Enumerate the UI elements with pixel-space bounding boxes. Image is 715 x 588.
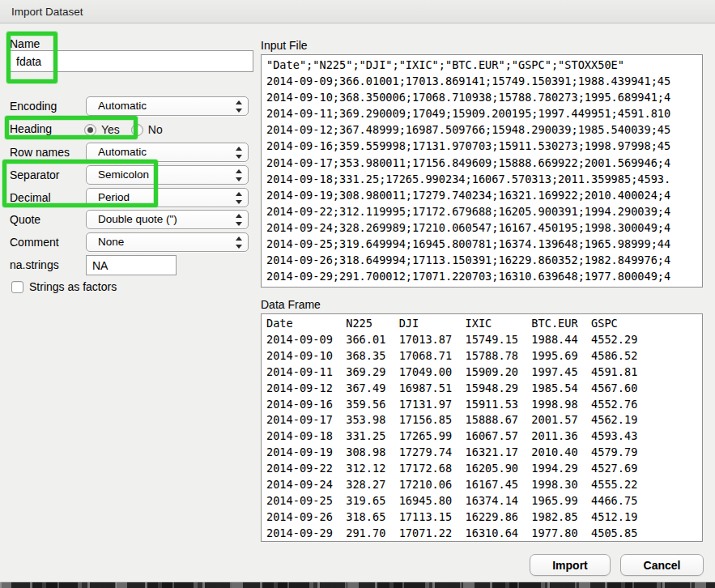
strings-as-factors-checkbox[interactable]	[11, 281, 23, 293]
input-file-line: 2014-09-22;312.119995;17172.679688;16205…	[266, 203, 702, 219]
na-strings-input[interactable]	[86, 255, 177, 275]
input-file-line: 2014-09-17;353.980011;17156.849609;15888…	[266, 155, 702, 171]
quote-dropdown[interactable]: Double quote (")	[86, 210, 249, 229]
heading-radio-no[interactable]	[131, 124, 143, 136]
heading-label: Heading	[10, 119, 52, 138]
stepper-arrows-icon	[235, 100, 242, 113]
encoding-value: Automatic	[98, 97, 147, 115]
input-file-line: 2014-09-19;308.980011;17279.740234;16321…	[266, 187, 702, 203]
stepper-arrows-icon	[235, 214, 242, 226]
dialog-titlebar: Import Dataset	[0, 0, 715, 23]
input-file-line: 2014-09-25;319.649994;16945.800781;16374…	[266, 236, 702, 252]
na-strings-row: na.strings	[0, 255, 259, 276]
na-strings-label: na.strings	[10, 255, 59, 275]
input-file-label: Input File	[261, 39, 308, 52]
input-file-line: 2014-09-29;291.700012;17071.220703;16310…	[266, 268, 702, 284]
quote-value: Double quote (")	[98, 211, 177, 228]
import-button[interactable]: Import	[530, 554, 611, 576]
data-frame-row: 2014-09-09 366.01 17013.87 15749.15 1988…	[266, 332, 702, 348]
data-frame-preview[interactable]: Date N225 DJI IXIC BTC.EUR GSPC 2014-09-…	[261, 313, 703, 542]
decimal-row: Decimal Period	[0, 188, 259, 209]
dialog-title: Import Dataset	[11, 6, 83, 18]
radio-dot-icon	[87, 127, 93, 133]
input-file-line: 2014-09-16;359.559998;17131.970703;15911…	[266, 138, 702, 154]
data-frame-row: 2014-09-29 291.70 17071.22 16310.64 1977…	[266, 526, 702, 542]
input-file-line: "Date";"N225";"DJI";"IXIC";"BTC.EUR";"GS…	[266, 57, 702, 73]
input-file-line: 2014-09-24;328.269989;17210.060547;16167…	[266, 219, 702, 236]
input-file-line: 2014-09-26;318.649994;17113.150391;16229…	[266, 252, 702, 268]
data-frame-row: 2014-09-11 369.29 17049.00 15909.20 1997…	[266, 364, 702, 381]
data-frame-row: 2014-09-12 367.49 16987.51 15948.29 1985…	[266, 381, 702, 397]
separator-label: Separator	[10, 165, 59, 185]
input-file-preview[interactable]: "Date";"N225";"DJI";"IXIC";"BTC.EUR";"GS…	[261, 54, 703, 288]
stepper-arrows-icon	[235, 169, 242, 181]
input-file-line: 2014-09-09;366.01001;17013.869141;15749.…	[266, 73, 702, 89]
comment-value: None	[98, 233, 124, 251]
input-file-line: 2014-09-18;331.25;17265.990234;16067.570…	[266, 171, 702, 187]
row-names-dropdown[interactable]: Automatic	[86, 143, 249, 162]
name-input[interactable]	[10, 50, 253, 72]
comment-dropdown[interactable]: None	[86, 232, 249, 252]
encoding-dropdown[interactable]: Automatic	[86, 96, 249, 116]
data-frame-row: 2014-09-22 312.12 17172.68 16205.90 1994…	[266, 461, 702, 477]
import-dataset-dialog: Import Dataset Name Encoding Automatic H…	[0, 0, 715, 588]
row-names-row: Row names Automatic	[0, 143, 259, 164]
row-names-value: Automatic	[98, 143, 147, 161]
heading-radio-label: Yes	[101, 123, 120, 136]
data-frame-header-row: Date N225 DJI IXIC BTC.EUR GSPC	[266, 316, 702, 332]
heading-radio-yes[interactable]	[84, 124, 96, 136]
data-frame-row: 2014-09-17 353.98 17156.85 15888.67 2001…	[266, 412, 702, 428]
input-file-line: 2014-09-10;368.350006;17068.710938;15788…	[266, 89, 702, 105]
encoding-label: Encoding	[10, 96, 57, 116]
decimal-label: Decimal	[10, 188, 51, 207]
encoding-row: Encoding Automatic	[0, 96, 259, 117]
separator-row: Separator Semicolon	[0, 165, 259, 186]
stepper-arrows-icon	[235, 147, 242, 159]
separator-dropdown[interactable]: Semicolon	[86, 165, 249, 185]
quote-label: Quote	[10, 210, 40, 229]
quote-row: Quote Double quote (")	[0, 210, 259, 231]
decimal-value: Period	[98, 189, 130, 207]
data-frame-row: 2014-09-24 328.27 17210.06 16167.45 1998…	[266, 477, 702, 493]
data-frame-label: Data Frame	[261, 298, 321, 311]
stepper-arrows-icon	[235, 192, 242, 204]
data-frame-row: 2014-09-10 368.35 17068.71 15788.78 1995…	[266, 348, 702, 364]
heading-radio-group: YesNo	[84, 119, 174, 140]
strings-as-factors-label: Strings as factors	[29, 277, 117, 296]
data-frame-row: 2014-09-26 318.65 17113.15 16229.86 1982…	[266, 509, 702, 526]
data-frame-row: 2014-09-16 359.56 17131.97 15911.53 1998…	[266, 397, 702, 413]
input-file-line: 2014-09-12;367.48999;16987.509766;15948.…	[266, 121, 702, 138]
data-frame-row: 2014-09-19 308.98 17279.74 16321.17 2010…	[266, 445, 702, 461]
background-window-strip	[0, 582, 715, 588]
separator-value: Semicolon	[98, 166, 149, 184]
comment-label: Comment	[10, 232, 59, 252]
input-file-line: 2014-09-11;369.290009;17049;15909.200195…	[266, 105, 702, 121]
strings-as-factors-row: Strings as factors	[0, 277, 259, 298]
data-frame-row: 2014-09-25 319.65 16945.80 16374.14 1965…	[266, 493, 702, 509]
comment-row: Comment None	[0, 232, 259, 254]
heading-radio-label: No	[148, 123, 163, 136]
cancel-button[interactable]: Cancel	[620, 554, 704, 576]
row-names-label: Row names	[10, 143, 70, 162]
decimal-dropdown[interactable]: Period	[86, 188, 249, 207]
heading-row: Heading YesNo	[0, 119, 259, 140]
stepper-arrows-icon	[235, 236, 242, 249]
data-frame-row: 2014-09-18 331.25 17265.99 16067.57 2011…	[266, 428, 702, 445]
